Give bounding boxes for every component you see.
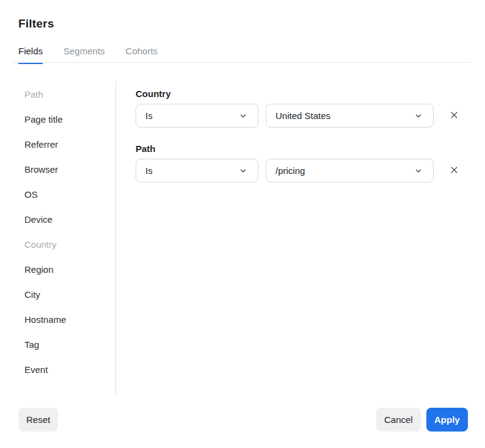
sidebar-item-tag[interactable]: Tag <box>24 332 110 357</box>
operator-select[interactable]: Is <box>136 104 258 128</box>
tab-cohorts[interactable]: Cohorts <box>126 46 158 64</box>
sidebar-divider <box>115 81 116 396</box>
value-select-value: United States <box>275 110 330 121</box>
filter-row: Is /pricing <box>136 159 470 182</box>
field-list: Path Page title Referrer Browser OS Devi… <box>24 82 110 382</box>
dialog-title: Filters <box>18 17 54 31</box>
sidebar-item-hostname[interactable]: Hostname <box>24 307 110 332</box>
chevron-down-icon <box>414 167 423 175</box>
close-icon <box>450 110 459 121</box>
filter-field-label: Path <box>136 144 470 153</box>
operator-select-value: Is <box>145 110 153 121</box>
sidebar-item-city[interactable]: City <box>24 282 110 307</box>
operator-select-value: Is <box>145 165 153 176</box>
filter-row: Is United States <box>136 104 470 128</box>
chevron-down-icon <box>414 112 423 120</box>
sidebar-item-path: Path <box>24 82 110 107</box>
sidebar-item-page-title[interactable]: Page title <box>24 107 110 132</box>
remove-filter-button[interactable] <box>445 107 463 125</box>
remove-filter-button[interactable] <box>445 162 463 180</box>
value-select-value: /pricing <box>275 165 305 176</box>
operator-select[interactable]: Is <box>136 159 258 182</box>
sidebar-item-region[interactable]: Region <box>24 257 110 282</box>
sidebar-item-referrer[interactable]: Referrer <box>24 132 110 157</box>
filter-group-path: Path Is /pricing <box>136 144 470 182</box>
tab-fields[interactable]: Fields <box>18 46 43 64</box>
tabs-divider <box>12 62 470 63</box>
tab-segments[interactable]: Segments <box>64 46 105 64</box>
sidebar-item-browser[interactable]: Browser <box>24 157 110 182</box>
chevron-down-icon <box>239 167 247 175</box>
sidebar-item-device[interactable]: Device <box>24 207 110 232</box>
close-icon <box>450 165 459 176</box>
sidebar-item-country: Country <box>24 232 110 257</box>
chevron-down-icon <box>239 112 247 120</box>
sidebar-item-os[interactable]: OS <box>24 182 110 207</box>
cancel-button[interactable]: Cancel <box>376 408 421 432</box>
sidebar-item-event[interactable]: Event <box>24 357 110 382</box>
value-select[interactable]: United States <box>266 104 434 128</box>
reset-button[interactable]: Reset <box>18 408 58 432</box>
value-select[interactable]: /pricing <box>266 159 434 182</box>
apply-button[interactable]: Apply <box>426 408 468 432</box>
filters-dialog: Filters Fields Segments Cohorts Path Pag… <box>0 0 485 448</box>
active-filters-panel: Country Is United States <box>136 89 470 199</box>
tab-bar: Fields Segments Cohorts <box>18 46 158 64</box>
filter-group-country: Country Is United States <box>136 89 470 128</box>
filter-field-label: Country <box>136 89 470 98</box>
